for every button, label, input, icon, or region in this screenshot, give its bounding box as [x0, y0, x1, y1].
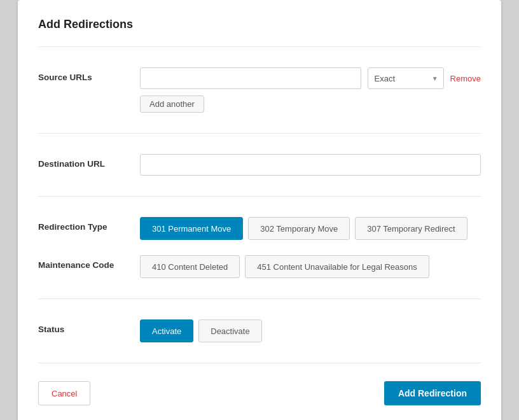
source-urls-content: Exact Regex Prefix Remove Add another [140, 67, 481, 113]
redirection-type-row: Redirection Type 301 Permanent Move 302 … [38, 209, 481, 248]
modal-title: Add Redirections [38, 18, 481, 31]
btn-410[interactable]: 410 Content Deleted [140, 255, 240, 278]
divider-2 [38, 133, 481, 134]
source-url-input-row: Exact Regex Prefix Remove [140, 67, 481, 89]
status-row: Status Activate Deactivate [38, 312, 481, 350]
remove-link[interactable]: Remove [450, 74, 481, 83]
redirection-type-content: 301 Permanent Move 302 Temporary Move 30… [140, 217, 481, 240]
source-url-input[interactable] [140, 67, 361, 89]
divider-3 [38, 196, 481, 197]
destination-url-input[interactable] [140, 154, 481, 176]
add-redirections-modal: Add Redirections Source URLs Exact Regex… [18, 0, 501, 420]
destination-url-row: Destination URL [38, 146, 481, 183]
divider-5 [38, 363, 481, 363]
status-label: Status [38, 319, 140, 334]
add-another-button[interactable]: Add another [140, 95, 204, 113]
maintenance-code-label: Maintenance Code [38, 255, 140, 270]
maintenance-code-content: 410 Content Deleted 451 Content Unavaila… [140, 255, 481, 278]
destination-url-label: Destination URL [38, 154, 140, 169]
modal-footer: Cancel Add Redirection [38, 381, 481, 405]
match-type-select-wrap: Exact Regex Prefix [368, 67, 444, 89]
btn-307[interactable]: 307 Temporary Redirect [355, 217, 467, 240]
redirection-type-btn-group: 301 Permanent Move 302 Temporary Move 30… [140, 217, 481, 240]
status-content: Activate Deactivate [140, 319, 481, 342]
add-redirection-button[interactable]: Add Redirection [384, 381, 481, 405]
btn-451[interactable]: 451 Content Unavailable for Legal Reason… [245, 255, 429, 278]
cancel-button[interactable]: Cancel [38, 381, 90, 405]
redirection-type-label: Redirection Type [38, 217, 140, 232]
btn-302[interactable]: 302 Temporary Move [248, 217, 350, 240]
status-btn-group: Activate Deactivate [140, 319, 481, 342]
btn-activate[interactable]: Activate [140, 319, 193, 342]
maintenance-code-row: Maintenance Code 410 Content Deleted 451… [38, 248, 481, 286]
source-urls-row: Source URLs Exact Regex Prefix Remove Ad… [38, 60, 481, 120]
btn-deactivate[interactable]: Deactivate [198, 319, 261, 342]
destination-url-content [140, 154, 481, 176]
divider-1 [38, 46, 481, 47]
btn-301[interactable]: 301 Permanent Move [140, 217, 243, 240]
divider-4 [38, 298, 481, 299]
match-type-select[interactable]: Exact Regex Prefix [368, 67, 444, 89]
source-urls-label: Source URLs [38, 67, 140, 82]
maintenance-code-btn-group: 410 Content Deleted 451 Content Unavaila… [140, 255, 481, 278]
